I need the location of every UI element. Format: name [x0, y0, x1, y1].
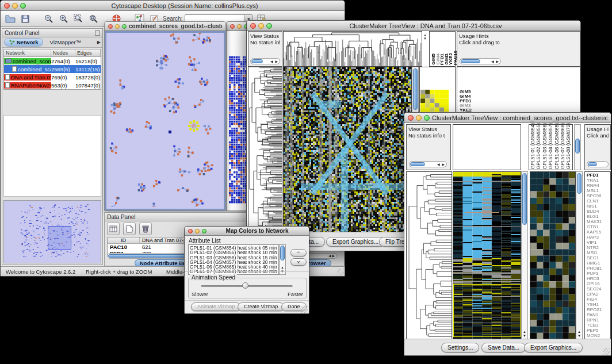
scroll-arrows-icon[interactable]: ◀ ▶: [437, 162, 445, 166]
document-icon: [12, 66, 17, 72]
table-row[interactable]: DNA and Tran 07 769(0) 183728(0): [4, 73, 101, 81]
column-dendrogram-canvas[interactable]: [284, 32, 422, 66]
table-row[interactable]: RNAPuberNov2+I 563(0) 107847(0): [4, 81, 101, 89]
save-data-button[interactable]: Save Data...: [481, 343, 526, 352]
table-row[interactable]: combined_scores 2764(0) 16218(0): [4, 57, 101, 65]
attribute-list[interactable]: GPL51-01 (GSM854) heat shock 05 minGPL51…: [188, 244, 279, 275]
zoom-window-icon[interactable]: [202, 229, 206, 233]
zoom-in-icon[interactable]: [57, 13, 70, 25]
attribute-list-label: Attribute List: [189, 237, 221, 244]
gene-label: MAK31: [587, 219, 602, 224]
scroll-arrows-icon[interactable]: ▲▼: [423, 33, 427, 40]
export-graphics-button[interactable]: Export Graphics...: [326, 237, 385, 247]
save-icon[interactable]: [19, 13, 32, 25]
minimize-icon[interactable]: [115, 24, 120, 29]
network-canvas[interactable]: [106, 33, 224, 207]
gene-label: HMG1: [587, 260, 602, 266]
zoom-window-icon[interactable]: [266, 23, 272, 29]
gene-label: MON2: [587, 333, 602, 338]
scroll-arrows-icon[interactable]: ▲▼: [281, 266, 284, 274]
global-heatmap-view[interactable]: [453, 171, 521, 340]
hscrollbar[interactable]: ◀ ▶: [250, 58, 280, 64]
birdseye-view[interactable]: [3, 200, 101, 263]
column-tree-area: [453, 124, 521, 170]
tab-overflow-icon[interactable]: ▶: [97, 40, 101, 45]
close-icon[interactable]: [188, 229, 193, 233]
move-up-button[interactable]: ^: [290, 249, 307, 256]
row-dendrogram-canvas[interactable]: [248, 67, 282, 232]
zoom-window-icon[interactable]: [424, 115, 430, 121]
birdseye-canvas[interactable]: [4, 201, 101, 263]
slider-thumb[interactable]: [242, 282, 248, 289]
scroll-arrows-icon[interactable]: ◀ ▶: [270, 59, 278, 63]
labels-vscrollbar[interactable]: [574, 124, 581, 170]
tab-network[interactable]: Network: [4, 38, 43, 47]
column-dendrogram[interactable]: [283, 31, 422, 67]
row-dendrogram-canvas[interactable]: [407, 172, 452, 339]
usage-hints-title: Usage Hi: [587, 126, 609, 132]
list-vscrollbar[interactable]: ▲▼: [279, 244, 286, 275]
attribute-table-icon[interactable]: [107, 223, 120, 235]
export-graphics-button[interactable]: Export Graphics...: [524, 343, 583, 352]
zoom-selected-icon[interactable]: [87, 13, 100, 25]
delete-attribute-icon[interactable]: [139, 223, 152, 235]
scroll-arrows-icon[interactable]: ▲▼: [577, 330, 581, 338]
settings-button[interactable]: Settings...: [441, 343, 479, 352]
vscrollbar[interactable]: ▲▼: [521, 171, 528, 340]
hscrollbar[interactable]: [587, 161, 609, 167]
view-status-text: No status info f: [250, 39, 280, 45]
close-icon[interactable]: [230, 24, 235, 29]
zoom-heatmap-canvas[interactable]: [530, 172, 575, 339]
minimize-icon[interactable]: [195, 229, 200, 233]
view-status-title: View Status: [408, 126, 449, 132]
scroll-arrows-icon[interactable]: ▲▼: [523, 330, 526, 338]
treeview2-titlebar[interactable]: ClusterMaker TreeView : combined_scores_…: [404, 113, 611, 123]
row-dendrogram[interactable]: [406, 171, 452, 340]
minimize-icon[interactable]: [258, 23, 264, 29]
view-status-panel: View Status No status info f ◀ ▶: [248, 31, 282, 67]
resize-grip[interactable]: [301, 306, 308, 313]
dialog-titlebar[interactable]: Map Colors to Network: [185, 227, 309, 236]
document-icon: [5, 74, 10, 80]
minimize-icon[interactable]: [12, 3, 18, 9]
close-icon[interactable]: [408, 115, 414, 121]
scroll-arrows-icon[interactable]: ◀ ▶: [328, 254, 335, 258]
zoom-window-icon[interactable]: [122, 24, 127, 29]
column-label: PFD1: [439, 53, 444, 65]
resize-grip[interactable]: [603, 348, 610, 355]
minimize-icon[interactable]: [237, 24, 242, 29]
zoom-window-icon[interactable]: [20, 3, 26, 9]
tab-vizmapper[interactable]: VizMapper™: [44, 38, 86, 47]
zoom-fit-icon[interactable]: [72, 13, 85, 25]
move-down-button[interactable]: v: [290, 258, 307, 266]
network-table: Network Nodes Edges combined_scores 2764…: [3, 49, 101, 90]
close-icon[interactable]: [250, 23, 256, 29]
create-vizmap-button[interactable]: Create Vizmap: [238, 302, 284, 311]
vscrollbar[interactable]: ▲▼: [576, 171, 583, 340]
document-icon: [5, 82, 10, 88]
global-heatmap-canvas[interactable]: [453, 172, 521, 339]
zoom-heatmap-view[interactable]: [530, 171, 576, 340]
heatmap-canvas[interactable]: [284, 67, 411, 232]
hscrollbar[interactable]: ◀ ▶: [409, 161, 447, 167]
new-attribute-icon[interactable]: [123, 223, 136, 235]
treeview1-titlebar[interactable]: ClusterMaker TreeView : DNA and Tran 07-…: [247, 21, 580, 31]
main-titlebar[interactable]: Cytoscape Desktop (Session Name: collins…: [1, 1, 345, 11]
zoom-out-icon[interactable]: [42, 13, 55, 25]
row-dendrogram[interactable]: [248, 67, 282, 233]
network-window-titlebar[interactable]: combined_scores_good.txt--cluste...: [105, 22, 225, 31]
close-icon[interactable]: [4, 3, 10, 9]
table-row-selected[interactable]: combined_sco 2569(6) 13112(15): [4, 65, 101, 73]
scroll-arrows-icon[interactable]: ◀ ▶: [491, 59, 499, 63]
close-icon[interactable]: [108, 24, 113, 29]
hscrollbar[interactable]: ◀ ▶: [460, 58, 501, 64]
column-label: GIM3: [444, 53, 449, 65]
float-panel-icon[interactable]: [95, 30, 100, 36]
heatmap-view[interactable]: [283, 67, 412, 233]
view-status-title: View Status: [250, 33, 280, 39]
open-folder-icon[interactable]: [4, 13, 17, 25]
column-label: GIM5: [431, 53, 435, 65]
animate-vizmap-button[interactable]: Animate Vizmap: [191, 302, 241, 311]
resize-grip[interactable]: [337, 269, 344, 275]
minimize-icon[interactable]: [416, 115, 422, 121]
